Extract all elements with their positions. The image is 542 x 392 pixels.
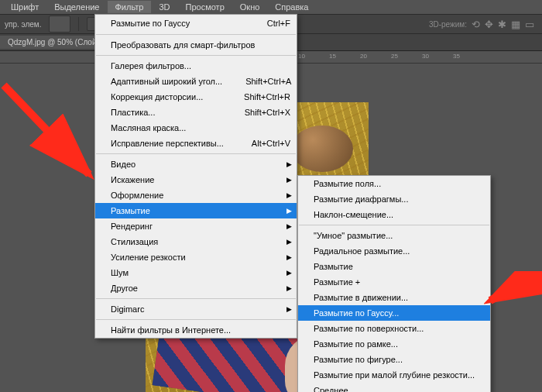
document-title: QdzgM.jpg @ 50% (Слой 1 [8,38,103,46]
menu-item-label: "Умное" размытие... [314,231,393,240]
menu-item-label: Размытие диафрагмы... [314,194,408,204]
menu-liquify[interactable]: Пластика...Shift+Ctrl+X [95,105,297,120]
menu-noise[interactable]: Шум▶ [95,265,297,280]
menu-pixelate[interactable]: Оформление▶ [95,187,297,203]
submenu-arrow-icon: ▶ [286,269,292,277]
menu-blur-motion[interactable]: Размытие в движении... [298,290,490,305]
ruler-tick: 10 [298,53,305,60]
menu-separator [299,225,489,225]
menu-bar: Шрифт Выделение Фильтр 3D Просмотр Окно … [0,0,542,14]
menu-blur-radial[interactable]: Радиальное размытие... [298,243,490,259]
menu-item-label: Масляная краска... [111,123,186,132]
menu-blur[interactable]: Размытие▶ [95,203,297,218]
menu-item-label: Искажение [111,175,154,184]
ruler-tick: 35 [453,53,460,60]
menu-blur-average[interactable]: Среднее [298,383,490,392]
menu-item-label: Размытие по рамке... [314,339,398,349]
menu-item-label: Найти фильтры в Интернете... [111,325,231,335]
submenu-arrow-icon: ▶ [286,176,292,184]
menu-item-label: Пластика... [111,108,155,117]
orbit-icon[interactable]: ⟲ [472,19,480,30]
pan-icon[interactable]: ✥ [485,19,493,30]
menu-other[interactable]: Другое▶ [95,280,297,296]
mesh-icon[interactable]: ▦ [511,19,520,30]
menu-digimarc[interactable]: Digimarc▶ [95,301,297,317]
menu-view[interactable]: Просмотр [178,1,232,13]
menu-item-label: Размытие по Гауссу... [314,308,399,318]
menu-render[interactable]: Рендеринг▶ [95,218,297,234]
camera-icon[interactable]: ▭ [525,19,534,30]
ruler-tick: 30 [422,53,429,60]
blur-submenu-dropdown: Размытие поля... Размытие диафрагмы... Н… [297,175,491,392]
menu-stylize[interactable]: Стилизация▶ [95,234,297,249]
menu-oil-paint[interactable]: Масляная краска... [95,120,297,136]
menu-item-label: Размытие в движении... [314,293,408,302]
submenu-arrow-icon: ▶ [286,238,292,246]
menu-blur-basic[interactable]: Размытие [298,259,490,274]
submenu-arrow-icon: ▶ [286,222,292,230]
menu-blur-surface[interactable]: Размытие по поверхности... [298,321,490,336]
menu-item-label: Усиление резкости [111,253,186,262]
menu-sharpen[interactable]: Усиление резкости▶ [95,249,297,265]
menu-blur-gaussian[interactable]: Размытие по Гауссу... [298,305,490,321]
menu-item-label: Радиальное размытие... [314,246,410,256]
ruler-tick: 15 [329,53,336,60]
menu-separator [96,153,296,154]
menu-item-label: Digimarc [111,304,144,314]
menu-blur-box[interactable]: Размытие по рамке... [298,336,490,352]
menu-distort[interactable]: Искажение▶ [95,172,297,187]
menu-separator [96,319,296,320]
menu-item-label: Исправление перспективы... [111,139,224,148]
menu-item-label: Галерея фильтров... [111,61,191,70]
menu-item-label: Размытие по поверхности... [314,324,424,333]
menu-adaptive-wide[interactable]: Адаптивный широкий угол...Shift+Ctrl+A [95,74,297,89]
menu-3d[interactable]: 3D [151,1,177,13]
menu-item-label: Размытие [111,206,150,215]
menu-shortcut: Shift+Ctrl+X [221,108,290,117]
menu-shortcut: Alt+Ctrl+V [228,139,290,148]
menu-item-label: Коррекция дисторсии... [111,92,203,101]
menu-item-label: Рендеринг [111,222,153,231]
separator [78,17,79,31]
menu-browse-online[interactable]: Найти фильтры в Интернете... [95,322,297,338]
menu-blur-shape[interactable]: Размытие по фигуре... [298,352,490,367]
menu-video[interactable]: Видео▶ [95,156,297,172]
menu-last-filter[interactable]: Размытие по Гауссу Ctrl+F [95,15,297,32]
menu-blur-lens[interactable]: Размытие при малой глубине резкости... [298,367,490,383]
menu-select[interactable]: Выделение [46,1,107,13]
menu-vanishing-point[interactable]: Исправление перспективы...Alt+Ctrl+V [95,136,297,151]
menu-item-label: Размытие по фигуре... [314,355,403,364]
filter-menu-dropdown: Размытие по Гауссу Ctrl+F Преобразовать … [94,14,297,339]
menu-item-label: Размытие при малой глубине резкости... [314,370,475,380]
menu-item-label: Размытие [314,262,353,271]
submenu-arrow-icon: ▶ [286,207,292,215]
submenu-arrow-icon: ▶ [286,160,292,168]
menu-filter-gallery[interactable]: Галерея фильтров... [95,58,297,74]
menu-help[interactable]: Справка [267,1,316,13]
menu-lens-correction[interactable]: Коррекция дисторсии...Shift+Ctrl+R [95,89,297,105]
menu-item-label: Шум [111,268,129,277]
light-icon[interactable]: ✱ [498,19,506,30]
ruler-tick: 25 [391,53,398,60]
menu-convert-smart[interactable]: Преобразовать для смарт-фильтров [95,37,297,53]
menu-window[interactable]: Окно [232,1,268,13]
submenu-arrow-icon: ▶ [286,284,292,292]
menu-separator [96,55,296,56]
gpu-mode-label: 3D-режим: [429,20,467,29]
menu-blur-smart[interactable]: "Умное" размытие... [298,228,490,243]
menu-item-label: Наклон-смещение... [314,210,393,219]
menu-blur-more[interactable]: Размытие + [298,274,490,290]
menu-item-label: Адаптивный широкий угол... [111,77,222,86]
menu-filter[interactable]: Фильтр [108,1,152,13]
menu-separator [96,298,296,299]
tool-preset[interactable] [49,15,70,33]
menu-font[interactable]: Шрифт [3,1,46,13]
menu-shortcut: Ctrl+F [244,19,290,28]
options-label: упр. элем. [0,20,46,29]
menu-item-label: Среднее [314,386,348,392]
image-detail-egg [291,126,353,172]
menu-blur-iris[interactable]: Размытие диафрагмы... [298,191,490,207]
menu-blur-field[interactable]: Размытие поля... [298,176,490,191]
menu-item-label: Стилизация [111,237,158,246]
menu-blur-tilt[interactable]: Наклон-смещение... [298,207,490,222]
